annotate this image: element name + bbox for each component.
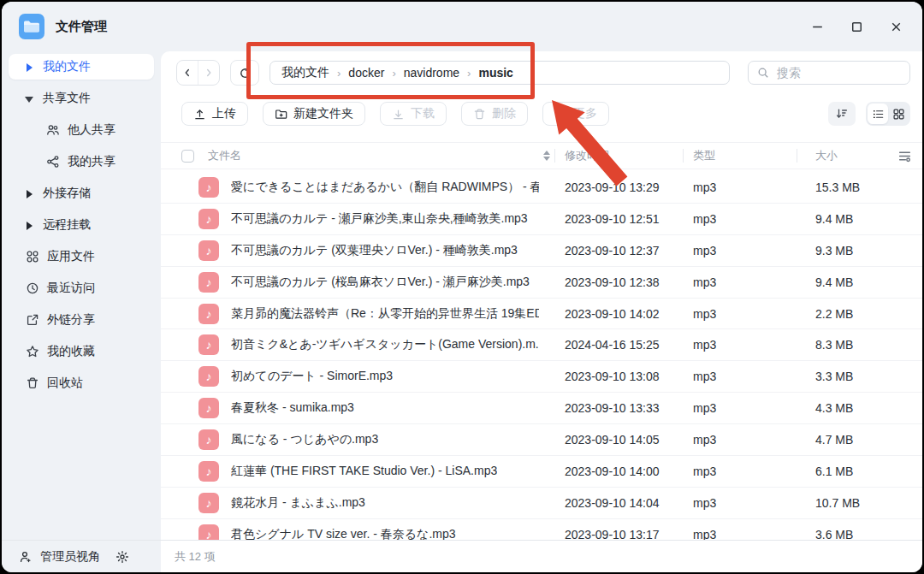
table-header: 文件名 修改时间 类型 大小 (161, 142, 922, 169)
file-modified: 2023-09-10 13:33 (554, 401, 683, 415)
delete-button[interactable]: 删除 (461, 102, 528, 126)
upload-button[interactable]: 上传 (181, 102, 248, 126)
file-row[interactable]: ♪不可思議のカルテ - 瀬戸麻沙美,東山奈央,種崎敦美.mp32023-09-1… (161, 204, 922, 235)
history-nav-group (176, 60, 220, 86)
sidebar-item-link-share[interactable]: 外链分享 (9, 307, 154, 333)
file-row[interactable]: ♪不可思議のカルテ (桜島麻衣ソロVer.) - 瀬戸麻沙美.mp32023-0… (161, 267, 922, 299)
file-size: 3.6 MB (797, 528, 891, 540)
file-row[interactable]: ♪君色シグナル TV size ver. - 春奈るな.mp32023-09-1… (161, 519, 922, 540)
column-settings-button[interactable] (891, 149, 912, 163)
column-header-type[interactable]: 类型 (683, 143, 797, 169)
file-name[interactable]: 紅蓮華 (THE FIRST TAKE Studio Ver.) - LiSA.… (231, 464, 497, 479)
file-type: mp3 (683, 496, 797, 510)
list-view-button[interactable] (868, 104, 888, 124)
breadcrumb-item[interactable]: 我的文件 (281, 65, 329, 80)
search-input[interactable] (775, 65, 901, 80)
column-settings-icon (897, 149, 912, 163)
breadcrumb[interactable]: 我的文件›docker›navidrome›music (270, 61, 730, 85)
file-modified: 2023-09-10 12:37 (554, 244, 683, 257)
file-size: 6.1 MB (797, 465, 891, 478)
sidebar-item-shared-files[interactable]: 共享文件 (9, 86, 154, 111)
music-file-icon: ♪ (198, 429, 219, 450)
more-button[interactable]: 更多 (542, 102, 609, 126)
sidebar-item-label: 应用文件 (47, 249, 95, 264)
column-header-modified[interactable]: 修改时间 (554, 143, 683, 169)
sidebar-item-favorites[interactable]: 我的收藏 (9, 339, 154, 364)
file-name[interactable]: 君色シグナル TV size ver. - 春奈るな.mp3 (231, 527, 456, 540)
file-name[interactable]: 初音ミク&とあ-ツギハギスタッカート(Game Version).m... (231, 337, 539, 352)
breadcrumb-item[interactable]: navidrome (404, 66, 459, 80)
file-modified: 2023-09-10 14:00 (554, 465, 683, 478)
select-all-checkbox[interactable] (181, 150, 194, 163)
file-size: 9.3 MB (797, 244, 891, 257)
column-header-size[interactable]: 大小 (797, 143, 891, 169)
file-row[interactable]: ♪不可思議のカルテ (双葉理央ソロVer.) - 種崎敦美.mp32023-09… (161, 235, 922, 267)
file-modified: 2023-09-10 13:29 (554, 180, 683, 194)
file-name[interactable]: 菜月昴的魔法器铃声（Re：从零开始的异世界生活 19集ED... (231, 306, 539, 322)
name-sort-control[interactable] (539, 151, 554, 161)
trash-icon (26, 376, 39, 390)
sidebar-item-recent[interactable]: 最近访问 (9, 275, 154, 301)
sidebar-item-my-share[interactable]: 我的共享 (9, 149, 154, 175)
delete-label: 删除 (492, 106, 516, 121)
settings-gear-icon[interactable] (116, 550, 129, 564)
forward-button[interactable] (198, 61, 219, 85)
file-row[interactable]: ♪愛にできることはまだあるかい（翻自 RADWIMPS） - 春...2023-… (161, 172, 922, 204)
file-type: mp3 (683, 370, 797, 383)
minimize-button[interactable] (804, 14, 830, 39)
music-file-icon: ♪ (198, 209, 219, 229)
file-modified: 2023-09-10 13:08 (554, 370, 683, 383)
new-folder-label: 新建文件夹 (293, 106, 353, 121)
sidebar-item-my-files[interactable]: 我的文件 (9, 54, 154, 80)
file-row[interactable]: ♪初めてのデート - SimorE.mp32023-09-10 13:08mp3… (161, 361, 922, 393)
maximize-button[interactable] (844, 14, 869, 39)
file-row[interactable]: ♪菜月昴的魔法器铃声（Re：从零开始的异世界生活 19集ED...2023-09… (161, 299, 922, 330)
file-type: mp3 (683, 528, 797, 540)
file-name-cell: ♪紅蓮華 (THE FIRST TAKE Studio Ver.) - LiSA… (198, 461, 539, 482)
file-name[interactable]: 不可思議のカルテ (双葉理央ソロVer.) - 種崎敦美.mp3 (231, 243, 518, 258)
close-button[interactable] (883, 14, 909, 39)
download-button[interactable]: 下载 (380, 102, 447, 126)
file-name[interactable]: 鏡花水月 - まふまふ.mp3 (231, 495, 365, 511)
sidebar-item-app-files[interactable]: 应用文件 (9, 244, 154, 269)
new-folder-button[interactable]: 新建文件夹 (263, 102, 365, 126)
main-row: 我的文件共享文件他人共享我的共享外接存储远程挂载应用文件最近访问外链分享我的收藏… (2, 51, 922, 540)
column-header-name[interactable]: 文件名 (198, 148, 539, 163)
file-size: 8.3 MB (797, 338, 891, 352)
file-name[interactable]: 春夏秋冬 - sumika.mp3 (231, 400, 354, 416)
file-name[interactable]: 愛にできることはまだあるかい（翻自 RADWIMPS） - 春... (231, 180, 539, 195)
sidebar-item-label: 我的共享 (68, 154, 116, 169)
statusbar-left: 管理员视角 (2, 541, 161, 572)
file-row[interactable]: ♪春夏秋冬 - sumika.mp32023-09-10 13:33mp34.3… (161, 393, 922, 424)
refresh-button[interactable] (230, 60, 259, 86)
file-name[interactable]: 不可思議のカルテ - 瀬戸麻沙美,東山奈央,種崎敦美.mp3 (231, 211, 528, 227)
file-row[interactable]: ♪初音ミク&とあ-ツギハギスタッカート(Game Version).m...20… (161, 329, 922, 361)
file-name[interactable]: 不可思議のカルテ (桜島麻衣ソロVer.) - 瀬戸麻沙美.mp3 (231, 275, 530, 290)
breadcrumb-item[interactable]: music (478, 66, 512, 80)
file-name-cell: ♪初めてのデート - SimorE.mp3 (198, 366, 539, 387)
sidebar-item-others-share[interactable]: 他人共享 (9, 117, 154, 143)
file-row[interactable]: ♪紅蓮華 (THE FIRST TAKE Studio Ver.) - LiSA… (161, 456, 922, 488)
file-type: mp3 (683, 401, 797, 415)
sidebar-item-remote-mount[interactable]: 远程挂载 (9, 212, 154, 238)
admin-view-label[interactable]: 管理员视角 (40, 549, 100, 565)
sort-button[interactable] (828, 102, 856, 126)
file-modified: 2023-09-10 12:51 (554, 212, 683, 226)
music-file-icon: ♪ (198, 177, 219, 198)
file-name[interactable]: 風になる - つじあやの.mp3 (231, 432, 378, 447)
sort-up-icon (543, 151, 550, 155)
breadcrumb-item[interactable]: docker (348, 66, 384, 80)
file-name[interactable]: 初めてのデート - SimorE.mp3 (231, 369, 393, 384)
apps-grid-icon (26, 250, 39, 263)
app-title: 文件管理 (56, 19, 107, 35)
file-modified: 2023-09-10 14:05 (554, 433, 683, 447)
back-button[interactable] (177, 61, 198, 85)
file-row[interactable]: ♪鏡花水月 - まふまふ.mp32023-09-10 14:04mp310.7 … (161, 488, 922, 519)
triangle-down-icon (26, 95, 33, 103)
sidebar-item-external-storage[interactable]: 外接存储 (9, 180, 154, 206)
grid-view-button[interactable] (888, 104, 909, 124)
music-file-icon: ♪ (198, 304, 219, 324)
sort-descending-icon (835, 107, 849, 121)
sidebar-item-recycle-bin[interactable]: 回收站 (9, 370, 154, 396)
file-row[interactable]: ♪風になる - つじあやの.mp32023-09-10 14:05mp34.7 … (161, 424, 922, 456)
